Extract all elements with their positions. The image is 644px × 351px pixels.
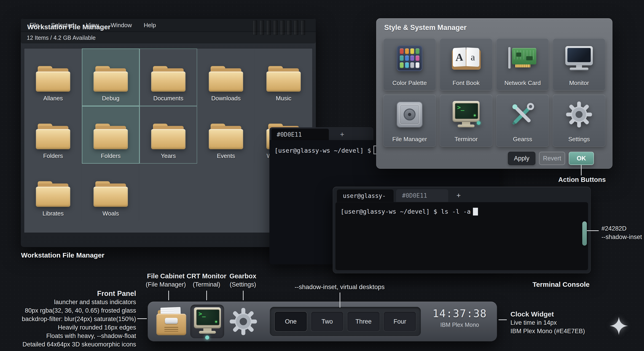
folder-item-woals[interactable]: Woals	[82, 164, 140, 221]
desktop-one-button[interactable]: One	[274, 312, 307, 332]
terminal-tab[interactable]: #0D0E11	[271, 129, 329, 140]
dock-file-manager-button[interactable]	[156, 307, 186, 335]
gear-icon	[565, 100, 593, 129]
tile-network-card[interactable]: Network Card	[496, 38, 549, 90]
folder-icon	[36, 181, 70, 207]
folder-icon	[94, 66, 128, 92]
clock-time: 14:37:38	[428, 307, 492, 320]
network-card-icon	[508, 43, 537, 73]
folder-label: Downloads	[211, 95, 241, 102]
annotation-tick-file-cabinet	[168, 291, 169, 300]
tile-label: Monitor	[569, 79, 589, 87]
menu-help[interactable]: Help	[138, 19, 162, 31]
annotation-action-buttons: Action Buttons	[549, 176, 615, 184]
folder-icon	[209, 66, 243, 92]
folder-icon	[94, 124, 128, 149]
folder-item-events[interactable]: Events	[197, 106, 255, 164]
annotation-scrollbar-token: --shadow-inset	[602, 233, 642, 241]
terminal-tab-active[interactable]: user@glassy-ws	[337, 189, 394, 202]
annotation-dock-gearbox: Gearbox (Settings)	[218, 272, 268, 288]
monitor-icon	[565, 43, 593, 73]
desktop-two-button[interactable]: Two	[311, 312, 344, 332]
tile-font-book[interactable]: A a Font Book	[440, 38, 492, 90]
clock-widget: 14:37:38 IBM Plex Mono	[428, 307, 492, 328]
desktop-four-button[interactable]: Four	[384, 312, 416, 332]
annotation-file-manager-caption: Workstation File Manager	[21, 251, 104, 259]
gear-icon	[229, 307, 258, 336]
tab-bar: user@glassy-ws #0D0E11 +	[337, 189, 466, 202]
annotation-tick-gearbox	[243, 291, 244, 300]
new-tab-button[interactable]: +	[335, 129, 349, 140]
terminal-cursor	[473, 208, 478, 216]
terminal-window-front: user@glassy-ws #0D0E11 + [user@glassy-ws…	[333, 187, 591, 273]
dock-panel: >_ One Two Three Four	[148, 302, 497, 342]
font-book-icon: A a	[452, 43, 480, 73]
crt-monitor-icon: >_	[194, 307, 221, 334]
tile-label: Terminor	[454, 136, 478, 143]
folder-label: Debug	[102, 95, 120, 102]
folder-item-documents[interactable]: Documents	[140, 48, 197, 106]
annotation-tick-crt-monitor	[206, 291, 207, 300]
tile-settings[interactable]: Settings	[553, 94, 605, 147]
folder-label: Years	[161, 152, 176, 159]
folder-label: Woals	[102, 210, 119, 217]
tile-label: File Manager	[392, 136, 427, 143]
terminal-tab-inactive[interactable]: #0D0E11	[396, 189, 448, 202]
annotation-front-panel: Front Panel launcher and status indicato…	[8, 289, 136, 349]
tile-gearss[interactable]: Gearss	[496, 94, 549, 147]
annotation-clock-widget: Clock Widget Live time in 14px IBM Plex …	[510, 310, 585, 336]
folder-item-years[interactable]: Years	[140, 106, 197, 164]
folder-icon	[151, 124, 186, 149]
sparkle-icon	[610, 317, 628, 335]
folder-label: Allanes	[43, 95, 63, 102]
folder-item-allanes[interactable]: Allanes	[24, 48, 82, 106]
color-palette-icon	[396, 43, 424, 73]
dock-settings-button[interactable]	[229, 307, 258, 336]
tools-icon	[508, 100, 537, 129]
annotation-scrollbar-hex: #24282D	[602, 224, 642, 233]
folder-item-music[interactable]: Music	[255, 48, 312, 106]
tile-label: Settings	[568, 136, 590, 143]
folder-item-downloads[interactable]: Downloads	[197, 48, 255, 106]
desktop-three-button[interactable]: Three	[347, 312, 380, 332]
folder-item-debug[interactable]: Debug	[82, 48, 140, 106]
window-title: Style & System Manager	[384, 23, 466, 32]
folder-item-folders[interactable]: Folders	[24, 106, 82, 164]
annotation-desktops-note: --shadow-inset, virtual desktops	[294, 283, 385, 291]
tile-label: Gearss	[513, 136, 532, 143]
folder-icon	[36, 66, 70, 92]
scrollbar-handle[interactable]	[582, 221, 587, 246]
tile-terminor[interactable]: >_ Terminor	[440, 94, 492, 147]
vent-grill-decoration	[253, 20, 305, 34]
window-title: Workstation File Manager	[27, 18, 111, 35]
crt-terminal-icon: >_	[452, 100, 480, 129]
folder-label: Events	[217, 152, 235, 159]
folder-label: Documents	[153, 95, 184, 102]
annotation-line-action-buttons	[581, 165, 582, 175]
dock-terminal-button[interactable]: >_	[194, 307, 221, 334]
terminal-prompt: [user@glassy-ws ~/devel] $ ls -l -a	[336, 202, 588, 221]
folder-item-folders-2[interactable]: Folders	[82, 106, 140, 164]
folder-item-librates[interactable]: Librates	[24, 164, 82, 221]
tile-label: Color Palette	[392, 79, 427, 87]
new-tab-button[interactable]: +	[450, 189, 466, 202]
folder-label: Music	[276, 95, 291, 102]
style-system-manager-window: Style & System Manager Color Palette A	[376, 18, 612, 169]
revert-button[interactable]: Revert	[539, 152, 565, 165]
folder-label: Folders	[101, 152, 121, 159]
clock-font-label: IBM Plex Mono	[428, 322, 492, 328]
folder-icon	[209, 124, 243, 149]
terminal-body[interactable]: [user@glassy-ws ~/devel] $ ls -l -a	[335, 202, 588, 270]
tile-color-palette[interactable]: Color Palette	[383, 38, 436, 90]
safe-icon	[396, 100, 424, 129]
ok-button[interactable]: OK	[569, 152, 594, 165]
apply-button[interactable]: Apply	[508, 152, 535, 165]
folder-label: Librates	[42, 210, 64, 217]
annotation-tick-desktops	[340, 293, 340, 308]
tile-file-manager[interactable]: File Manager	[383, 94, 436, 147]
tile-monitor[interactable]: Monitor	[553, 38, 605, 90]
folder-label: Folders	[43, 152, 63, 159]
desktop: Workstation File Manager File Selected V…	[0, 0, 644, 351]
folder-icon	[266, 66, 301, 92]
annotation-line-front-panel	[137, 318, 147, 319]
